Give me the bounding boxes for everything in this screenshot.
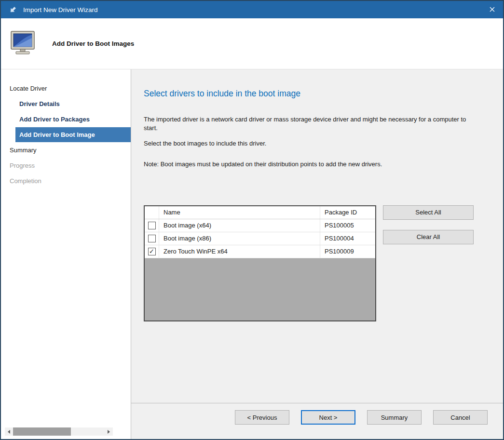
scroll-left-button[interactable] bbox=[5, 427, 13, 436]
sidebar-item-add-driver-to-boot-image: Add Driver to Boot Image bbox=[15, 127, 131, 142]
sidebar-item-add-driver-to-packages: Add Driver to Packages bbox=[1, 112, 131, 127]
close-button[interactable] bbox=[481, 1, 503, 18]
wizard-steps-sidebar: Locate Driver Driver Details Add Driver … bbox=[1, 69, 131, 439]
wizard-app-icon bbox=[9, 5, 17, 14]
select-all-button[interactable]: Select All bbox=[383, 205, 474, 220]
intro-text: The imported driver is a network card dr… bbox=[144, 115, 470, 133]
checkbox-cell bbox=[145, 232, 159, 245]
table-header-row: Name Package ID bbox=[145, 206, 375, 219]
boot-image-name: Boot image (x64) bbox=[159, 219, 320, 232]
sidebar-horizontal-scrollbar[interactable] bbox=[5, 427, 113, 436]
checkbox-cell bbox=[145, 245, 159, 258]
scroll-right-icon bbox=[108, 430, 110, 434]
sidebar-item-progress: Progress bbox=[1, 158, 131, 173]
navigation-buttons: < Previous Next > Summary Cancel bbox=[147, 410, 488, 425]
name-column-header: Name bbox=[159, 206, 320, 219]
scrollbar-track[interactable] bbox=[13, 427, 105, 436]
boot-images-section: Name Package ID Boot image (x64) PS10000… bbox=[144, 205, 489, 321]
note-text: Note: Boot images must be updated on the… bbox=[144, 160, 470, 169]
table-row[interactable]: Boot image (x86) PS100004 bbox=[145, 232, 375, 245]
previous-button[interactable]: < Previous bbox=[235, 410, 289, 425]
wizard-footer: < Previous Next > Summary Cancel bbox=[131, 403, 503, 439]
main-pane: Select drivers to include in the boot im… bbox=[131, 69, 503, 439]
table-empty-area bbox=[145, 258, 375, 320]
package-id: PS100004 bbox=[320, 232, 375, 245]
computer-icon bbox=[10, 30, 38, 57]
boot-image-name: Boot image (x86) bbox=[159, 232, 320, 245]
zero-touch-winpe-checkbox[interactable] bbox=[148, 248, 156, 255]
scroll-left-icon bbox=[8, 430, 10, 434]
scrollbar-thumb[interactable] bbox=[13, 427, 71, 436]
checkbox-column-header bbox=[145, 206, 159, 219]
next-button[interactable]: Next > bbox=[301, 410, 355, 425]
selection-buttons: Select All Clear All bbox=[383, 205, 474, 244]
package-id: PS100005 bbox=[320, 219, 375, 232]
boot-image-name: Zero Touch WinPE x64 bbox=[159, 245, 320, 258]
table-row[interactable]: Boot image (x64) PS100005 bbox=[145, 219, 375, 232]
clear-all-button[interactable]: Clear All bbox=[383, 230, 474, 244]
sidebar-item-driver-details: Driver Details bbox=[1, 96, 131, 111]
boot-images-table: Name Package ID Boot image (x64) PS10000… bbox=[144, 205, 376, 321]
page-content: Select drivers to include in the boot im… bbox=[131, 69, 503, 321]
table-row[interactable]: Zero Touch WinPE x64 PS100009 bbox=[145, 245, 375, 258]
titlebar[interactable]: Import New Driver Wizard bbox=[1, 1, 503, 18]
package-id-column-header: Package ID bbox=[320, 206, 375, 219]
boot-image-x64-checkbox[interactable] bbox=[148, 222, 156, 229]
cancel-button[interactable]: Cancel bbox=[433, 410, 488, 425]
close-icon bbox=[490, 6, 495, 13]
window-title: Import New Driver Wizard bbox=[23, 6, 481, 13]
sidebar-item-locate-driver: Locate Driver bbox=[1, 81, 131, 96]
instruction-text: Select the boot images to include this d… bbox=[144, 139, 470, 148]
wizard-window: Import New Driver Wizard Add Driver to B… bbox=[0, 0, 504, 440]
package-id: PS100009 bbox=[320, 245, 375, 258]
scroll-right-button[interactable] bbox=[105, 427, 113, 436]
content-heading: Select drivers to include in the boot im… bbox=[144, 89, 489, 99]
sidebar-item-completion: Completion bbox=[1, 173, 131, 188]
wizard-header: Add Driver to Boot Images bbox=[1, 18, 503, 69]
page-title: Add Driver to Boot Images bbox=[52, 40, 134, 47]
wizard-body: Locate Driver Driver Details Add Driver … bbox=[1, 69, 503, 439]
sidebar-item-summary: Summary bbox=[1, 143, 131, 158]
checkbox-cell bbox=[145, 219, 159, 232]
boot-image-x86-checkbox[interactable] bbox=[148, 235, 156, 242]
summary-button[interactable]: Summary bbox=[367, 410, 422, 425]
